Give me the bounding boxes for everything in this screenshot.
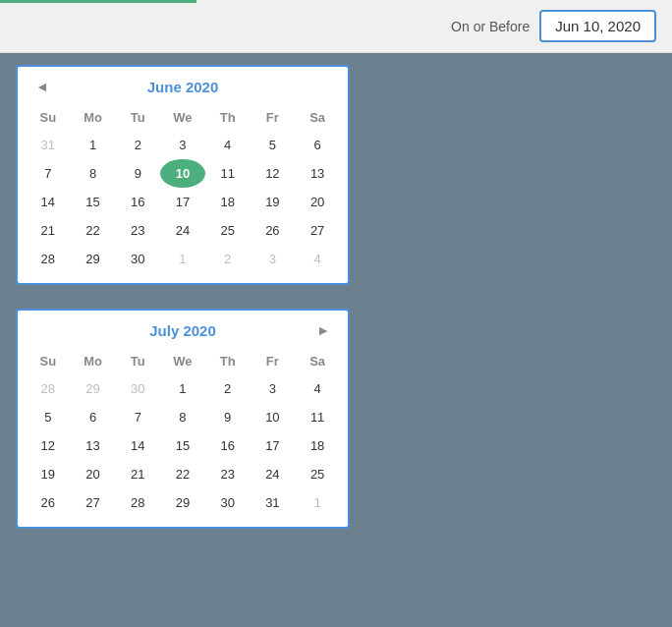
day-cell[interactable]: 29 <box>71 245 116 273</box>
day-cell[interactable]: 11 <box>205 159 251 188</box>
day-cell[interactable]: 13 <box>71 431 116 460</box>
day-cell[interactable]: 1 <box>295 488 340 517</box>
day-cell[interactable]: 24 <box>251 460 296 488</box>
calendar-june-2020: ◄June 2020►SuMoTuWeThFrSa311234567891011… <box>16 65 350 285</box>
day-cell[interactable]: 19 <box>26 460 71 488</box>
day-grid-july-2020: SuMoTuWeThFrSa28293012345678910111213141… <box>26 350 340 517</box>
day-cell[interactable]: 11 <box>295 403 340 431</box>
day-cell[interactable]: 23 <box>205 460 251 488</box>
week-row: 2829301234 <box>26 374 340 403</box>
prev-arrow-june-2020[interactable]: ◄ <box>29 77 55 96</box>
day-cell[interactable]: 27 <box>71 488 116 517</box>
day-cell[interactable]: 15 <box>160 431 205 460</box>
day-cell[interactable]: 19 <box>251 188 296 216</box>
calendar-header-july-2020: ◄July 2020► <box>26 320 340 340</box>
day-cell[interactable]: 17 <box>251 431 296 460</box>
day-cell[interactable]: 1 <box>160 245 205 273</box>
weekday-header: Su <box>26 106 71 131</box>
day-cell[interactable]: 14 <box>26 188 71 216</box>
day-cell[interactable]: 1 <box>71 131 116 159</box>
week-row: 12131415161718 <box>26 431 340 460</box>
day-cell[interactable]: 8 <box>160 403 205 431</box>
day-cell[interactable]: 25 <box>205 216 251 245</box>
day-cell[interactable]: 6 <box>295 131 340 159</box>
day-cell[interactable]: 3 <box>160 131 205 159</box>
day-cell[interactable]: 5 <box>26 403 71 431</box>
day-grid-june-2020: SuMoTuWeThFrSa31123456789101112131415161… <box>26 106 340 273</box>
calendar-header-june-2020: ◄June 2020► <box>26 77 340 96</box>
day-cell[interactable]: 18 <box>205 188 251 216</box>
day-cell[interactable]: 10 <box>251 403 296 431</box>
week-row: 14151617181920 <box>26 188 340 216</box>
calendar-title-july-2020: July 2020 <box>55 322 310 339</box>
day-cell[interactable]: 28 <box>26 245 71 273</box>
day-cell[interactable]: 8 <box>71 159 116 188</box>
day-cell[interactable]: 4 <box>295 245 340 273</box>
day-cell[interactable]: 26 <box>26 488 71 517</box>
day-cell[interactable]: 22 <box>71 216 116 245</box>
day-cell[interactable]: 25 <box>295 460 340 488</box>
week-row: 567891011 <box>26 403 340 431</box>
day-cell[interactable]: 4 <box>295 374 340 403</box>
day-cell[interactable]: 15 <box>71 188 116 216</box>
day-cell[interactable]: 20 <box>295 188 340 216</box>
calendar-july-2020: ◄July 2020►SuMoTuWeThFrSa282930123456789… <box>16 309 350 529</box>
weekday-header: Mo <box>71 350 116 374</box>
day-cell[interactable]: 14 <box>115 431 160 460</box>
day-cell[interactable]: 10 <box>160 159 205 188</box>
day-cell[interactable]: 22 <box>160 460 205 488</box>
week-row: 2627282930311 <box>26 488 340 517</box>
day-cell[interactable]: 9 <box>115 159 160 188</box>
day-cell[interactable]: 13 <box>295 159 340 188</box>
day-cell[interactable]: 30 <box>115 374 160 403</box>
day-cell[interactable]: 30 <box>115 245 160 273</box>
day-cell[interactable]: 26 <box>251 216 296 245</box>
day-cell[interactable]: 1 <box>160 374 205 403</box>
weekday-header: Mo <box>71 106 116 131</box>
day-cell[interactable]: 18 <box>295 431 340 460</box>
day-cell[interactable]: 6 <box>71 403 116 431</box>
day-cell[interactable]: 29 <box>71 374 116 403</box>
day-cell[interactable]: 16 <box>115 188 160 216</box>
day-cell[interactable]: 29 <box>160 488 205 517</box>
weekday-header: Tu <box>115 106 160 131</box>
day-cell[interactable]: 16 <box>205 431 251 460</box>
day-cell[interactable]: 30 <box>205 488 251 517</box>
day-cell[interactable]: 2 <box>115 131 160 159</box>
day-cell[interactable]: 7 <box>115 403 160 431</box>
top-bar: On or Before Jun 10, 2020 <box>0 0 672 53</box>
day-cell[interactable]: 31 <box>26 131 71 159</box>
day-cell[interactable]: 12 <box>26 431 71 460</box>
next-arrow-july-2020[interactable]: ► <box>310 320 336 340</box>
day-cell[interactable]: 3 <box>251 374 296 403</box>
day-cell[interactable]: 20 <box>71 460 116 488</box>
day-cell[interactable]: 23 <box>115 216 160 245</box>
day-cell[interactable]: 3 <box>251 245 296 273</box>
day-cell[interactable]: 27 <box>295 216 340 245</box>
date-badge[interactable]: Jun 10, 2020 <box>539 10 656 42</box>
calendar-title-june-2020: June 2020 <box>55 79 310 95</box>
day-cell[interactable]: 5 <box>251 131 296 159</box>
weekday-header: Fr <box>251 350 296 374</box>
week-row: 78910111213 <box>26 159 340 188</box>
day-cell[interactable]: 12 <box>251 159 296 188</box>
day-cell[interactable]: 24 <box>160 216 205 245</box>
day-cell[interactable]: 7 <box>26 159 71 188</box>
day-cell[interactable]: 28 <box>115 488 160 517</box>
week-row: 19202122232425 <box>26 460 340 488</box>
progress-bar <box>0 0 196 3</box>
day-cell[interactable]: 28 <box>26 374 71 403</box>
day-cell[interactable]: 4 <box>205 131 251 159</box>
day-cell[interactable]: 17 <box>160 188 205 216</box>
weekday-header: Sa <box>295 106 340 131</box>
weekday-header: Su <box>26 350 71 374</box>
day-cell[interactable]: 2 <box>205 245 251 273</box>
weekday-header: Fr <box>251 106 296 131</box>
day-cell[interactable]: 31 <box>251 488 296 517</box>
day-cell[interactable]: 9 <box>205 403 251 431</box>
day-cell[interactable]: 2 <box>205 374 251 403</box>
day-cell[interactable]: 21 <box>115 460 160 488</box>
week-row: 2829301234 <box>26 245 340 273</box>
day-cell[interactable]: 21 <box>26 216 71 245</box>
calendars-wrapper: ◄June 2020►SuMoTuWeThFrSa311234567891011… <box>0 53 672 541</box>
